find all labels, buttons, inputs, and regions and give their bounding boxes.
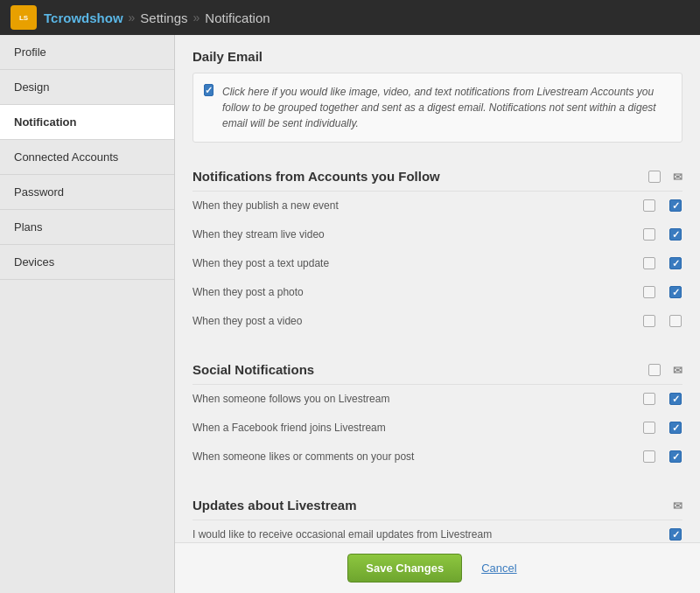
section-label: Settings — [140, 10, 187, 25]
updates-section: Updates about Livestream I would like to… — [192, 489, 682, 542]
notif-row-video: When they post a video — [192, 307, 682, 336]
site-name: Tcrowdshow — [44, 10, 123, 25]
daily-email-section: Daily Email ✓ Click here if you would li… — [192, 49, 682, 143]
main-column: Daily Email ✓ Click here if you would li… — [175, 35, 700, 593]
page-root: LS Tcrowdshow » Settings » Notification … — [0, 0, 700, 593]
live-push-checkbox[interactable] — [642, 227, 656, 241]
sidebar-item-connected-accounts[interactable]: Connected Accounts — [0, 140, 174, 175]
photo-push-checkbox[interactable] — [642, 285, 656, 299]
breadcrumb: Tcrowdshow » Settings » Notification — [44, 10, 270, 25]
notifications-push-header-icon — [648, 171, 661, 183]
facebook-push-checkbox[interactable] — [642, 421, 656, 435]
follows-push-checkbox[interactable] — [642, 392, 656, 406]
sidebar-item-plans[interactable]: Plans — [0, 210, 174, 245]
notif-row-follows: When someone follows you on Livestream ✓ — [192, 385, 682, 414]
sidebar-item-design[interactable]: Design — [0, 70, 174, 105]
sep2: » — [193, 10, 200, 24]
notifications-section-header: Notifications from Accounts you Follow — [192, 160, 682, 192]
video-push-checkbox[interactable] — [642, 314, 656, 328]
body-area: Profile Design Notification Connected Ac… — [0, 35, 700, 593]
sidebar-item-profile[interactable]: Profile — [0, 35, 174, 70]
notif-row-facebook: When a Facebook friend joins Livestream … — [192, 414, 682, 443]
facebook-email-checkbox[interactable]: ✓ — [668, 421, 682, 435]
page-label: Notification — [205, 10, 270, 25]
likes-email-checkbox[interactable]: ✓ — [668, 450, 682, 464]
notif-row-photo: When they post a photo ✓ — [192, 278, 682, 307]
notif-row-occasional: I would like to receive occasional email… — [192, 520, 682, 542]
publish-push-checkbox[interactable] — [642, 199, 656, 213]
sep1: » — [129, 10, 136, 24]
updates-email-header-icon — [673, 498, 682, 513]
social-header-icons — [648, 362, 682, 377]
likes-push-checkbox[interactable] — [642, 450, 656, 464]
social-push-header-icon — [648, 364, 661, 376]
photo-email-checkbox[interactable]: ✓ — [668, 285, 682, 299]
video-email-checkbox[interactable] — [668, 314, 682, 328]
notifications-header-icons — [648, 169, 682, 184]
daily-email-title: Daily Email — [192, 49, 682, 64]
updates-header-icons — [673, 498, 682, 513]
social-email-header-icon — [673, 362, 682, 377]
notif-row-live-video: When they stream live video ✓ — [192, 220, 682, 249]
notif-row-likes: When someone likes or comments on your p… — [192, 443, 682, 471]
social-section: Social Notifications When someone follow… — [192, 353, 682, 471]
cancel-button[interactable]: Cancel — [471, 555, 527, 582]
text-push-checkbox[interactable] — [642, 256, 656, 270]
notif-row-text-update: When they post a text update ✓ — [192, 249, 682, 278]
social-section-header: Social Notifications — [192, 353, 682, 385]
occasional-email-checkbox[interactable]: ✓ — [668, 527, 682, 541]
site-logo: LS — [10, 5, 37, 30]
notif-row-publish: When they publish a new event ✓ — [192, 192, 682, 220]
publish-email-checkbox[interactable]: ✓ — [668, 199, 682, 213]
digest-box[interactable]: ✓ Click here if you would like image, vi… — [192, 73, 682, 143]
live-email-checkbox[interactable]: ✓ — [668, 227, 682, 241]
sidebar-item-password[interactable]: Password — [0, 175, 174, 210]
save-changes-button[interactable]: Save Changes — [347, 554, 462, 583]
notifications-email-header-icon — [673, 169, 682, 184]
sidebar-item-notification[interactable]: Notification — [0, 105, 174, 140]
header: LS Tcrowdshow » Settings » Notification — [0, 0, 700, 35]
follows-email-checkbox[interactable]: ✓ — [668, 392, 682, 406]
main-content: Daily Email ✓ Click here if you would li… — [175, 35, 700, 542]
digest-checkbox[interactable]: ✓ — [204, 84, 214, 96]
sidebar: Profile Design Notification Connected Ac… — [0, 35, 175, 593]
updates-section-header: Updates about Livestream — [192, 489, 682, 520]
footer: Save Changes Cancel — [175, 542, 700, 593]
digest-description: Click here if you would like image, vide… — [222, 84, 671, 131]
text-email-checkbox[interactable]: ✓ — [668, 256, 682, 270]
sidebar-item-devices[interactable]: Devices — [0, 245, 174, 280]
notifications-section: Notifications from Accounts you Follow W… — [192, 160, 682, 336]
